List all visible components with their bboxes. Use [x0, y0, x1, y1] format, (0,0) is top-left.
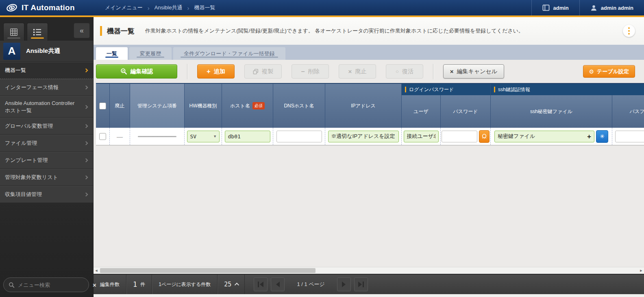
group-accent-bar: [494, 87, 495, 92]
breadcrumb-ansible-common[interactable]: Ansible共通: [154, 4, 183, 11]
sidebar-item-interface-info[interactable]: インターフェース情報: [0, 79, 93, 96]
exastro-swirl-icon: [6, 2, 18, 14]
next-page-button[interactable]: [337, 277, 351, 291]
toolbar-divider: [187, 64, 187, 79]
tab-list[interactable]: 一覧: [96, 47, 128, 60]
main-content: 機器一覧 作業対象ホストの情報をメンテナンス(閲覧/登録/更新/廃止)できます。…: [94, 17, 644, 297]
last-page-icon: [358, 282, 362, 287]
user-label: admin admin: [601, 5, 633, 11]
sidebar-item-collection-values[interactable]: 収集項目値管理: [0, 186, 93, 203]
first-page-button[interactable]: [254, 277, 268, 291]
spinner-icon: ✳: [600, 133, 605, 139]
page-description: 作業対象ホストの情報をメンテナンス(閲覧/登録/更新/廃止)できます。 各オーケ…: [145, 27, 524, 35]
x-icon: ×: [450, 68, 454, 74]
chevron-right-icon: [84, 124, 88, 128]
edit-cancel-button[interactable]: × 編集キャンセル: [443, 64, 504, 79]
menu-search-input[interactable]: [18, 282, 89, 288]
sidebar-tab-grid-view[interactable]: [3, 23, 24, 41]
column-discard[interactable]: 廃止: [110, 84, 130, 128]
chevron-right-icon: [84, 175, 88, 179]
column-host-name[interactable]: ホスト名 必須: [222, 84, 273, 128]
host-name-input[interactable]: [225, 131, 270, 142]
sidebar-collapse-button[interactable]: «: [74, 23, 90, 38]
column-login-user[interactable]: ユーザ: [402, 95, 441, 128]
column-ip-address[interactable]: IPアドレス: [325, 84, 402, 128]
minus-icon: −: [301, 68, 305, 75]
column-group-login-password: ログインパスワード ユーザ パスワード: [402, 84, 491, 128]
chevron-up-icon: [235, 283, 239, 287]
scrollbar-thumb[interactable]: [100, 268, 315, 273]
workspace-button[interactable]: admin: [531, 0, 579, 15]
required-badge: 必須: [252, 102, 265, 109]
top-header: IT Automation メインメニュー › Ansible共通 › 機器一覧…: [0, 0, 644, 17]
menu-group-title: Ansible共通: [26, 47, 60, 55]
list-icon: [33, 28, 42, 36]
sidebar-item-unmanaged-variables[interactable]: 管理対象外変数リスト: [0, 169, 93, 186]
show-password-button[interactable]: [479, 130, 490, 143]
delete-button[interactable]: − 削除: [292, 64, 329, 79]
gear-icon: ⚙: [589, 69, 594, 74]
scroll-right-arrow[interactable]: ►: [638, 267, 644, 274]
table-row: ― SV ▼: [96, 128, 644, 146]
sidebar-item-file-management[interactable]: ファイル管理: [0, 135, 93, 152]
sidebar-menu: 機器一覧 インターフェース情報 Ansible Automation Contr…: [0, 62, 93, 203]
eye-icon: [481, 133, 487, 139]
page-header: 機器一覧 作業対象ホストの情報をメンテナンス(閲覧/登録/更新/廃止)できます。…: [94, 17, 644, 45]
first-page-icon: [260, 282, 263, 287]
per-page-select[interactable]: 25: [218, 275, 245, 294]
discard-value: ―: [117, 133, 123, 140]
pagination: 1 / 1 ページ: [245, 275, 368, 294]
chevron-right-icon: [84, 192, 88, 197]
group-accent-bar: [405, 87, 406, 92]
column-hw-type[interactable]: HW機器種別: [185, 84, 222, 128]
last-page-button[interactable]: [354, 277, 368, 291]
table-header: 廃止 管理システム項番 HW機器種別 ホスト名 必須: [96, 83, 644, 128]
column-ssh-key-file[interactable]: ssh秘密鍵ファイル: [491, 95, 612, 128]
table-settings-button[interactable]: ⚙ テーブル設定: [583, 65, 635, 78]
scroll-left-arrow[interactable]: ◄: [94, 267, 99, 274]
chevron-right-icon: [84, 141, 88, 145]
edit-confirm-button[interactable]: 編集確認: [96, 64, 177, 79]
tab-change-history[interactable]: 変更履歴: [129, 47, 172, 60]
prev-page-button[interactable]: [271, 277, 285, 291]
sidebar-item-aac-host-list[interactable]: Ansible Automation Controller ホスト一覧: [0, 96, 93, 118]
sidebar-item-global-variables[interactable]: グローバル変数管理: [0, 118, 93, 135]
select-all-checkbox[interactable]: [99, 103, 106, 109]
column-passphrase[interactable]: パスフレーズ: [612, 95, 644, 128]
clear-search-icon[interactable]: ×: [93, 282, 96, 288]
sidebar-item-template-management[interactable]: テンプレート管理: [0, 152, 93, 169]
page-info: 1 / 1 ページ: [297, 281, 325, 288]
passphrase-input[interactable]: [615, 131, 644, 142]
breadcrumb-main-menu[interactable]: メインメニュー: [105, 4, 143, 11]
user-icon: [590, 4, 597, 11]
login-password-input[interactable]: [442, 131, 477, 142]
circle-icon: ○: [396, 69, 399, 74]
user-menu-button[interactable]: admin admin: [579, 0, 644, 15]
key-generate-button[interactable]: ✳: [596, 130, 608, 143]
sidebar-tab-list-view[interactable]: [27, 23, 48, 41]
discard-button[interactable]: × 廃止: [339, 64, 376, 79]
restore-button[interactable]: ○ 復活: [386, 64, 423, 79]
column-system-id[interactable]: 管理システム項番: [130, 84, 185, 128]
column-dns-host[interactable]: DNSホスト名: [273, 84, 325, 128]
tab-bulk-download-upload[interactable]: 全件ダウンロード・ファイル一括登録: [173, 47, 285, 60]
ssh-key-file-button[interactable]: 秘密鍵ファイル +: [494, 131, 594, 142]
dns-host-input[interactable]: [276, 131, 322, 142]
ansible-logo: A: [3, 43, 20, 60]
app-title: IT Automation: [22, 3, 75, 12]
login-user-input[interactable]: [404, 131, 439, 142]
title-accent-bar: [100, 26, 102, 36]
breadcrumb-separator-icon: ›: [148, 4, 150, 11]
edit-count-label: 編集件数: [94, 275, 126, 294]
duplicate-button[interactable]: 複製: [244, 64, 282, 79]
app-logo[interactable]: IT Automation: [0, 0, 94, 15]
sidebar: « A Ansible共通 機器一覧 インターフェース情報 Ansible Au…: [0, 17, 94, 297]
hw-type-select[interactable]: SV ▼: [187, 131, 220, 142]
header-right: admin admin admin: [531, 0, 644, 15]
column-login-password[interactable]: パスワード: [441, 95, 491, 128]
add-button[interactable]: + 追加: [197, 64, 235, 79]
sidebar-item-device-list[interactable]: 機器一覧: [0, 62, 93, 79]
ip-address-input[interactable]: [328, 131, 399, 142]
page-menu-button[interactable]: [623, 25, 635, 37]
row-checkbox[interactable]: [99, 133, 106, 140]
